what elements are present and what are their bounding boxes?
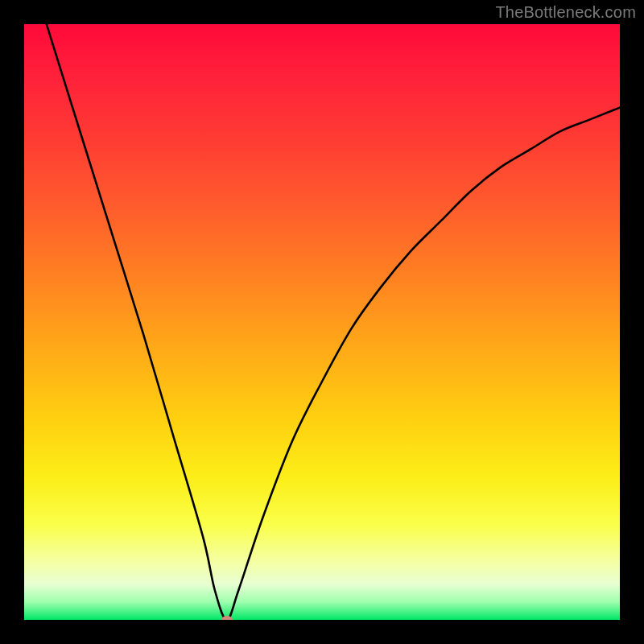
plot-area: [24, 24, 620, 620]
minimum-marker-icon: [221, 616, 233, 620]
bottleneck-curve: [24, 24, 620, 620]
chart-frame: TheBottleneck.com: [0, 0, 644, 644]
curve-svg: [24, 24, 620, 620]
watermark-label: TheBottleneck.com: [495, 3, 636, 22]
